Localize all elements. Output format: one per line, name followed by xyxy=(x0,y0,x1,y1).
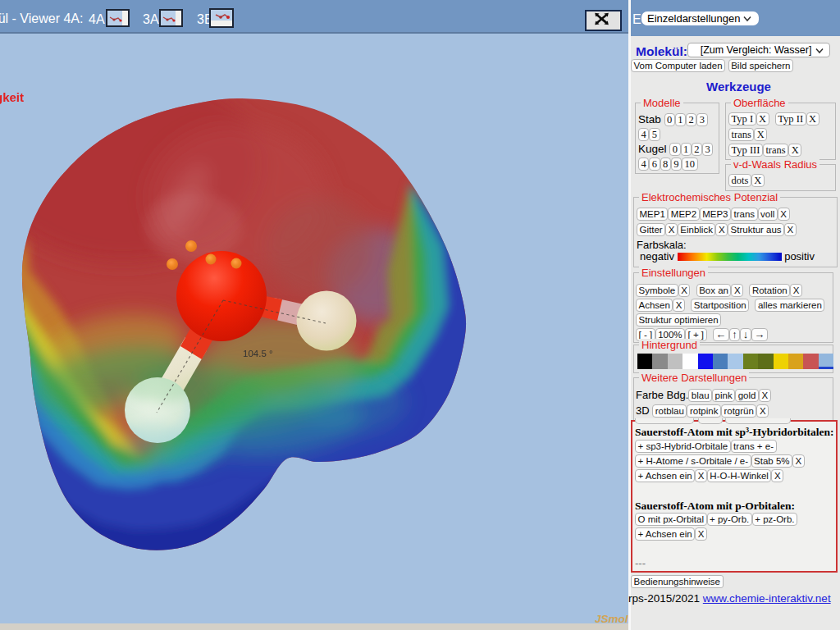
svg-text:104.5 °: 104.5 ° xyxy=(243,349,273,358)
